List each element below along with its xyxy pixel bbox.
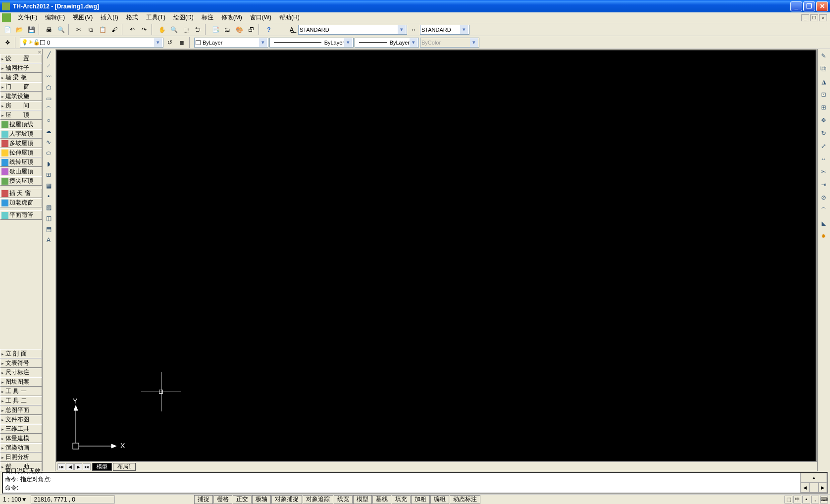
sb-bold[interactable]: 加粗 [411, 495, 430, 504]
sb-otrack[interactable]: 对象追踪 [303, 495, 333, 504]
point-icon[interactable]: • [43, 192, 54, 202]
zoom-prev-icon[interactable]: ⮌ [192, 24, 203, 35]
color-combo[interactable]: ByLayer ▾ [194, 38, 268, 48]
text-style-combo[interactable]: STANDARD ▾ [298, 25, 407, 35]
fillet-icon[interactable]: ⌒ [819, 205, 829, 215]
layer-states-icon[interactable]: ≣ [176, 37, 187, 48]
lp-tool1[interactable]: ▸工 具 一 [0, 387, 42, 396]
sb-dyndim[interactable]: 动态标注 [450, 495, 480, 504]
redo-icon[interactable]: ↷ [139, 24, 150, 35]
scale-button[interactable]: 1 : 100▼ [0, 495, 30, 504]
arc-icon[interactable]: ⌒ [43, 104, 54, 114]
menu-format[interactable]: 格式 [122, 12, 142, 23]
sb-grid[interactable]: 栅格 [213, 495, 232, 504]
layer-manager-icon[interactable]: ❖ [2, 37, 13, 48]
sb-ortho[interactable]: 正交 [233, 495, 252, 504]
polygon-icon[interactable]: ⬠ [43, 83, 54, 93]
lp-render[interactable]: ▸渲染动画 [0, 443, 42, 453]
help-icon[interactable]: ? [263, 24, 274, 35]
command-line[interactable]: 窗口说明无效。 命令: 指定对角点: 命令: ▲ ◀▶ [2, 472, 828, 494]
chamfer-icon[interactable]: ◣ [819, 218, 829, 228]
pan-icon[interactable]: ✋ [156, 24, 167, 35]
command-scrollbar[interactable]: ▲ ◀▶ [800, 473, 827, 493]
lp-roof-hip[interactable]: 歇山屋顶 [0, 167, 42, 176]
hatch-icon[interactable]: ▨ [43, 202, 54, 212]
lp-symbol[interactable]: ▸文表符号 [0, 358, 42, 368]
preview-icon[interactable]: 🔍 [55, 24, 66, 35]
erase-icon[interactable]: ✎ [819, 51, 829, 61]
sb-osnap[interactable]: 对象捕捉 [271, 495, 302, 504]
lp-axis[interactable]: ▸轴网柱子 [0, 63, 42, 73]
lp-tool2[interactable]: ▸工 具 二 [0, 396, 42, 405]
sb-model[interactable]: 模型 [353, 495, 372, 504]
lp-section[interactable]: ▸立 剖 面 [0, 349, 42, 358]
line-icon[interactable]: ╱ [43, 50, 54, 60]
panel-close-icon[interactable]: × [0, 49, 42, 54]
mdi-minimize[interactable]: _ [801, 14, 809, 21]
mirror-icon[interactable]: ◮ [819, 77, 829, 87]
sb-group[interactable]: 编组 [430, 495, 449, 504]
properties-icon[interactable]: 📑 [210, 24, 221, 35]
lp-dimension[interactable]: ▸尺寸标注 [0, 368, 42, 377]
copy-icon[interactable]: ⧉ [85, 24, 96, 35]
make-block-icon[interactable]: ▦ [43, 181, 54, 191]
ime-kb-icon[interactable]: ⌨ [820, 496, 828, 504]
rectangle-icon[interactable]: ▭ [43, 94, 54, 103]
lp-block[interactable]: ▸图块图案 [0, 377, 42, 387]
dim-style-combo[interactable]: STANDARD ▾ [420, 25, 469, 35]
stretch-icon[interactable]: ↔ [819, 154, 829, 164]
dim-style-icon[interactable]: ↔ [408, 24, 419, 35]
lp-roof-multi[interactable]: 多坡屋顶 [0, 139, 42, 148]
lineweight-combo[interactable]: ByLayer ▾ [355, 38, 419, 48]
lp-settings[interactable]: ▸设 置 [0, 54, 42, 63]
drawing-canvas[interactable]: X Y [56, 50, 817, 462]
linetype-combo[interactable]: ByLayer ▾ [269, 38, 354, 48]
lp-door[interactable]: ▸门 窗 [0, 82, 42, 92]
ellipse-arc-icon[interactable]: ◗ [43, 159, 54, 169]
menu-file[interactable]: 文件(F) [14, 12, 41, 23]
save-icon[interactable]: 💾 [26, 24, 37, 35]
layer-prev-icon[interactable]: ↺ [164, 37, 175, 48]
menu-view[interactable]: 视图(V) [69, 12, 97, 23]
ellipse-icon[interactable]: ⬭ [43, 148, 54, 158]
layer-combo[interactable]: 💡 ☀ 🔓 0 ▾ [20, 38, 163, 48]
sb-lweight[interactable]: 线宽 [334, 495, 353, 504]
insert-block-icon[interactable]: ⊞ [43, 170, 54, 180]
lp-layout[interactable]: ▸文件布图 [0, 415, 42, 424]
zoom-realtime-icon[interactable]: 🔍 [168, 24, 179, 35]
menu-dimension[interactable]: 标注 [198, 12, 217, 23]
app-menu-icon[interactable] [2, 13, 11, 22]
sb-fill[interactable]: 填充 [392, 495, 411, 504]
sb-baseline[interactable]: 基线 [372, 495, 391, 504]
undo-icon[interactable]: ↶ [127, 24, 138, 35]
lp-roof-cone[interactable]: 攒尖屋顶 [0, 176, 42, 186]
lp-wall[interactable]: ▸墙 梁 板 [0, 73, 42, 82]
match-icon[interactable]: 🖌 [109, 24, 120, 35]
lp-roof-extrude[interactable]: 拉伸屋顶 [0, 148, 42, 157]
move-icon[interactable]: ✥ [819, 115, 829, 125]
mdi-close[interactable]: × [819, 14, 827, 21]
xline-icon[interactable]: ⟋ [43, 61, 54, 71]
lp-roof-line[interactable]: 线转屋顶 [0, 157, 42, 167]
lp-skylight[interactable]: 插 天 窗 [0, 189, 42, 198]
mtext-icon[interactable]: A [43, 235, 54, 245]
lp-roof-gable[interactable]: 人字坡顶 [0, 129, 42, 139]
ime-punct-icon[interactable]: ， [811, 496, 819, 504]
mdi-restore[interactable]: ❐ [810, 14, 818, 21]
ime-icon[interactable]: ⬚ [784, 496, 792, 504]
text-style-icon[interactable]: A͟ [286, 24, 297, 35]
copy-obj-icon[interactable]: ⿻ [819, 64, 829, 74]
explode-icon[interactable]: ✸ [819, 231, 829, 241]
open-icon[interactable]: 📂 [14, 24, 25, 35]
menu-modify[interactable]: 修改(M) [217, 12, 246, 23]
region-icon[interactable]: ◫ [43, 213, 54, 223]
lp-sunlight[interactable]: ▸日照分析 [0, 453, 42, 462]
polyline-icon[interactable]: 〰 [43, 72, 54, 82]
lp-room[interactable]: ▸房 间 [0, 101, 42, 110]
extend-icon[interactable]: ⇥ [819, 180, 829, 190]
lp-roof[interactable]: ▸屋 顶 [0, 110, 42, 120]
print-icon[interactable]: 🖶 [44, 24, 54, 35]
maximize-button[interactable]: ❐ [803, 1, 815, 11]
sb-snap[interactable]: 捕捉 [194, 495, 213, 504]
paste-icon[interactable]: 📋 [97, 24, 108, 35]
